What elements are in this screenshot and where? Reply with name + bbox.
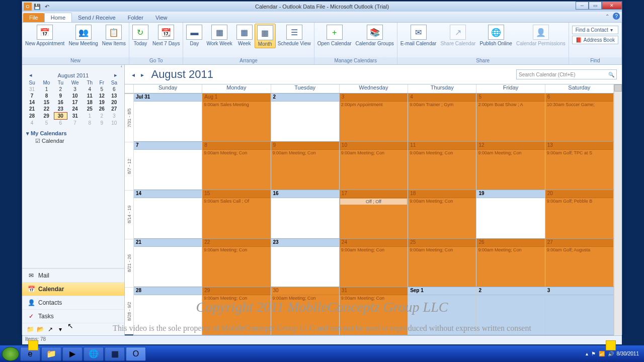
nav-mail[interactable]: ✉Mail bbox=[22, 268, 124, 282]
calendar-cell[interactable]: 14 bbox=[134, 190, 202, 238]
calendar-cell[interactable]: 52:00pm Boat Show ; A bbox=[476, 94, 545, 141]
email-calendar-button[interactable]: ✉E-mail Calendar bbox=[398, 24, 439, 47]
calendar-cell[interactable]: 319:00am Meeting; Con bbox=[340, 287, 408, 335]
month-grid[interactable]: Jul 31Aug 19:00am Sales Meeting232:00pm … bbox=[134, 94, 614, 335]
my-calendars-group[interactable]: ▾ My Calendars bbox=[26, 130, 120, 137]
find-contact-input[interactable]: Find a Contact▾ bbox=[572, 26, 618, 34]
week-button[interactable]: ▦Week bbox=[234, 24, 255, 47]
cal-next-icon[interactable]: ▸ bbox=[139, 71, 146, 78]
calendar-cell[interactable]: 279:00am Golf; Augusta bbox=[545, 239, 614, 287]
minimize-ribbon-icon[interactable]: ⌃ bbox=[604, 13, 611, 20]
maximize-button[interactable]: ▭ bbox=[589, 2, 602, 10]
calendar-cell[interactable]: 159:00am Sales Call ; Of bbox=[202, 190, 271, 238]
search-calendar-input[interactable]: Search Calendar (Ctrl+E) 🔍 bbox=[516, 69, 617, 79]
tab-view[interactable]: View bbox=[149, 13, 174, 22]
calendar-cell[interactable]: 209:00am Golf; Pebble B bbox=[545, 190, 614, 238]
minical-next-icon[interactable]: ▸ bbox=[114, 72, 117, 78]
calendar-cell[interactable]: 3 bbox=[545, 287, 614, 335]
calendar-cell[interactable]: 299:00am Meeting; Con bbox=[202, 287, 271, 335]
notes-icon[interactable]: 📁 bbox=[26, 325, 34, 333]
day-button[interactable]: ▬Day bbox=[184, 24, 204, 47]
scroll-up-icon[interactable] bbox=[614, 84, 622, 92]
qat-undo-icon[interactable]: ↶ bbox=[43, 3, 51, 11]
month-button[interactable]: ▦Month bbox=[255, 24, 276, 48]
calendar-cell[interactable]: 17Off ; Off bbox=[340, 190, 408, 238]
calendar-cell[interactable]: Jul 31 bbox=[134, 94, 202, 141]
calendar-cell[interactable]: Sep 1 bbox=[408, 287, 476, 335]
open-calendar-button[interactable]: +Open Calendar bbox=[315, 24, 354, 47]
system-tray[interactable]: ▴ ⚑ 📶 🔊 8/30/2011 bbox=[586, 351, 642, 356]
work-week-button[interactable]: ▦Work Week bbox=[204, 24, 234, 47]
schedule-view-button[interactable]: ☰Schedule View bbox=[276, 24, 313, 47]
nav-tasks[interactable]: ✓Tasks bbox=[22, 309, 124, 323]
address-book-button[interactable]: 📕Address Book bbox=[572, 36, 618, 44]
help-icon[interactable]: ? bbox=[613, 13, 620, 20]
tab-file[interactable]: File bbox=[23, 13, 44, 22]
share-calendar-button[interactable]: ↗Share Calendar bbox=[438, 24, 477, 47]
collapse-sidebar-icon[interactable]: ‹ bbox=[121, 64, 122, 69]
minical-table[interactable]: SuMoTuWeThFrSa31123456789101112131415161… bbox=[25, 79, 121, 126]
book-icon: 📕 bbox=[576, 37, 582, 43]
taskbar-app[interactable]: ▦ bbox=[105, 347, 125, 361]
tray-network-icon[interactable]: 📶 bbox=[599, 351, 605, 356]
minical-prev-icon[interactable]: ◂ bbox=[29, 72, 32, 78]
calendar-cell[interactable]: 99:00am Meeting; Con bbox=[271, 142, 340, 190]
calendar-cell[interactable]: 189:00am Meeting; Con bbox=[408, 190, 476, 238]
calendar-item[interactable]: ☑ Calendar bbox=[26, 137, 120, 145]
tab-folder[interactable]: Folder bbox=[122, 13, 149, 22]
next-7-days-button[interactable]: 📆Next 7 Days bbox=[150, 24, 182, 47]
calendar-cell[interactable]: 249:00am Meeting; Con bbox=[340, 239, 408, 287]
new-appointment-button[interactable]: 📅New Appointment bbox=[23, 24, 66, 47]
scrollbar[interactable] bbox=[614, 84, 622, 335]
calendar-cell[interactable]: 610:30am Soccer Game; bbox=[545, 94, 614, 141]
nav-contacts[interactable]: 👤Contacts bbox=[22, 296, 124, 309]
calendar-cell[interactable]: 2 bbox=[476, 287, 545, 335]
calendar-cell[interactable]: 7 bbox=[134, 142, 202, 190]
calendar-cell[interactable]: 139:00am Golf; TPC at S bbox=[545, 142, 614, 190]
calendar-cell[interactable]: 23 bbox=[271, 239, 340, 287]
tray-sound-icon[interactable]: 🔊 bbox=[608, 351, 614, 356]
calendar-cell[interactable]: 2 bbox=[271, 94, 340, 141]
calendar-cell[interactable]: 89:00am Meeting; Con bbox=[202, 142, 271, 190]
tab-home[interactable]: Home bbox=[44, 13, 72, 22]
tab-send-receive[interactable]: Send / Receive bbox=[72, 13, 122, 22]
shortcuts-icon[interactable]: ↗ bbox=[46, 325, 54, 333]
tray-up-icon[interactable]: ▴ bbox=[586, 351, 588, 356]
calendar-cell[interactable]: 269:00am Meeting; Con bbox=[476, 239, 545, 287]
calendar-cell[interactable]: 119:00am Meeting; Con bbox=[408, 142, 476, 190]
new-items-button[interactable]: 📋New Items bbox=[100, 24, 128, 47]
calendar-cell[interactable]: 21 bbox=[134, 239, 202, 287]
new-meeting-button[interactable]: 👥New Meeting bbox=[66, 24, 100, 47]
calendar-cell[interactable]: 229:00am Meeting; Con bbox=[202, 239, 271, 287]
calendar-groups-button[interactable]: 📚Calendar Groups bbox=[354, 24, 396, 47]
calendar-cell[interactable]: 49:00am Trainer ; Gym bbox=[408, 94, 476, 141]
calendar-cell[interactable]: 129:00am Meeting; Con bbox=[476, 142, 545, 190]
qat-save-icon[interactable]: 💾 bbox=[33, 3, 41, 11]
folder-icon[interactable]: 📂 bbox=[36, 325, 44, 333]
cal-prev-icon[interactable]: ◂ bbox=[130, 71, 137, 78]
taskbar-explorer[interactable]: 📁 bbox=[41, 347, 61, 361]
calendar-cell[interactable]: 32:00pm Appointment bbox=[340, 94, 408, 141]
calendar-permissions-button[interactable]: 👤Calendar Permissions bbox=[514, 24, 568, 47]
calendar-cell[interactable]: 259:00am Meeting; Con bbox=[408, 239, 476, 287]
nav-calendar[interactable]: 📅Calendar bbox=[22, 282, 124, 296]
minimize-button[interactable]: ─ bbox=[576, 2, 589, 10]
close-button[interactable]: ✕ bbox=[602, 2, 622, 10]
start-button[interactable] bbox=[2, 347, 19, 361]
today-button[interactable]: ↻Today bbox=[130, 24, 150, 47]
calendar-cell[interactable]: 16 bbox=[271, 190, 340, 238]
taskbar-outlook[interactable]: O bbox=[126, 347, 146, 361]
calendar-cell[interactable]: Aug 19:00am Sales Meeting bbox=[202, 94, 271, 141]
publish-online-button[interactable]: 🌐Publish Online bbox=[477, 24, 514, 47]
calendar-cell[interactable]: 28 bbox=[134, 287, 202, 335]
calendar-cell[interactable]: 109:00am Meeting; Con bbox=[340, 142, 408, 190]
calendar-cell[interactable]: 19 bbox=[476, 190, 545, 238]
taskbar-media[interactable]: ▶ bbox=[62, 347, 83, 361]
workweek-icon: ▦ bbox=[211, 25, 227, 40]
tray-flag-icon[interactable]: ⚑ bbox=[591, 351, 596, 356]
tray-date[interactable]: 8/30/2011 bbox=[617, 351, 639, 356]
calendar-cell[interactable]: 309:00am Meeting; Con bbox=[271, 287, 340, 335]
taskbar-browser[interactable]: 🌐 bbox=[84, 347, 104, 361]
minical-title: August 2011 bbox=[58, 72, 89, 78]
configure-icon[interactable]: ▾ bbox=[56, 325, 64, 333]
